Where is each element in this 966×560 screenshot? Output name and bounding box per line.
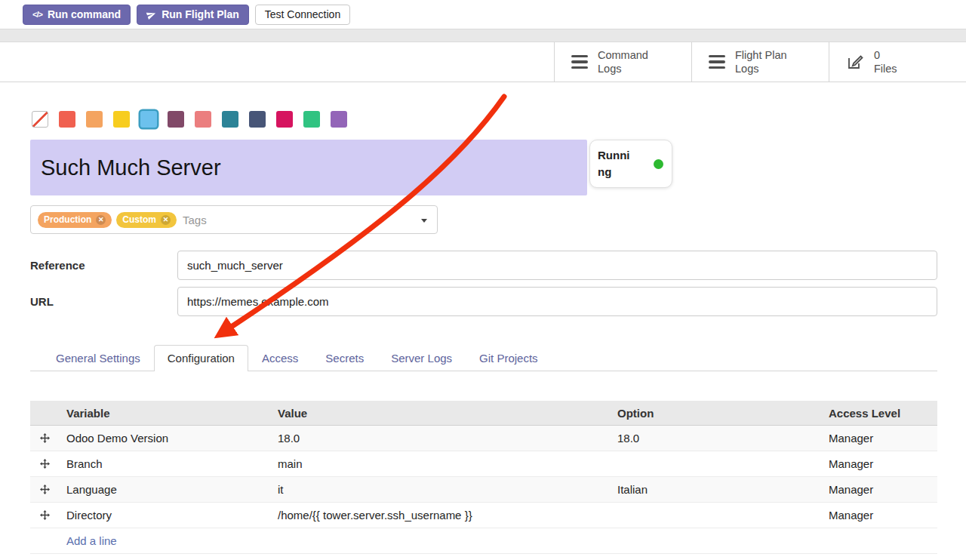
form-sheet: Running Production ✕ Custom ✕ Tags Refer… (0, 111, 966, 554)
cell-variable[interactable]: Branch (59, 457, 270, 470)
menu-icon (571, 55, 588, 69)
chevron-down-icon[interactable] (421, 219, 427, 223)
drag-handle-icon[interactable] (30, 459, 59, 469)
form-header: Command Logs Flight Plan Logs (0, 42, 966, 82)
tab-access[interactable]: Access (248, 345, 312, 371)
page: </> Run command Run Flight Plan Test Con… (0, 0, 966, 560)
reference-input[interactable] (177, 251, 937, 280)
color-palette (32, 111, 937, 128)
command-logs-line2: Logs (598, 63, 621, 75)
drag-handle-icon[interactable] (30, 485, 59, 494)
color-swatch[interactable] (276, 111, 293, 128)
test-connection-label: Test Connection (265, 8, 340, 20)
color-swatch[interactable] (86, 111, 103, 128)
cell-option[interactable]: 18.0 (610, 432, 821, 445)
variables-table: Variable Value Option Access Level Odoo … (30, 401, 937, 554)
cell-variable[interactable]: Directory (59, 509, 270, 522)
code-icon: </> (32, 10, 42, 19)
cell-value[interactable]: /home/{{ tower.server.ssh_username }} (270, 509, 610, 522)
tag-label: Production (44, 214, 91, 225)
cell-access-level[interactable]: Manager (821, 483, 937, 496)
tab-configuration[interactable]: Configuration (154, 345, 248, 371)
color-swatch[interactable] (222, 111, 238, 128)
server-name-input[interactable] (30, 140, 587, 195)
breadcrumb-band (0, 29, 966, 42)
cell-access-level[interactable]: Manager (821, 457, 937, 470)
flight-plan-logs-line2: Logs (735, 63, 758, 75)
status-dot (654, 159, 663, 169)
color-swatch[interactable] (331, 111, 347, 128)
plane-icon (145, 8, 158, 21)
color-swatch-selected[interactable] (140, 111, 157, 128)
notebook-tabs: General Settings Configuration Access Se… (30, 343, 937, 371)
table-row: Directory /home/{{ tower.server.ssh_user… (30, 503, 937, 528)
url-input[interactable] (177, 287, 937, 316)
reference-label: Reference (30, 259, 177, 272)
tag-custom: Custom ✕ (116, 212, 177, 228)
column-header-access-level[interactable]: Access Level (821, 407, 937, 420)
command-logs-line1: Command (598, 49, 648, 61)
table-header-row: Variable Value Option Access Level (30, 401, 937, 426)
files-label: Files (874, 63, 897, 75)
table-body: Odoo Demo Version 18.0 18.0 Manager Bran… (30, 426, 937, 528)
tag-label: Custom (122, 214, 156, 225)
test-connection-button[interactable]: Test Connection (255, 5, 350, 25)
run-flight-plan-label: Run Flight Plan (162, 8, 239, 20)
tab-general-settings[interactable]: General Settings (42, 345, 154, 371)
cell-access-level[interactable]: Manager (821, 432, 937, 445)
add-line-row: Add a line (30, 528, 937, 554)
flight-plan-logs-line1: Flight Plan (735, 49, 787, 61)
tags-placeholder: Tags (183, 214, 207, 226)
cell-option[interactable]: Italian (610, 483, 821, 496)
table-row: Branch main Manager (30, 451, 937, 477)
add-a-line-link[interactable]: Add a line (66, 534, 117, 547)
tab-git-projects[interactable]: Git Projects (466, 345, 552, 371)
tags-field[interactable]: Production ✕ Custom ✕ Tags (30, 205, 438, 234)
cell-value[interactable]: 18.0 (270, 432, 610, 445)
menu-icon (709, 55, 725, 69)
tag-production: Production ✕ (38, 212, 112, 228)
color-swatch-none[interactable] (32, 111, 48, 128)
table-row: Odoo Demo Version 18.0 18.0 Manager (30, 426, 937, 451)
stat-button-flight-plan-logs[interactable]: Flight Plan Logs (691, 42, 829, 82)
color-swatch[interactable] (303, 111, 320, 128)
drag-handle-icon[interactable] (30, 510, 59, 520)
color-swatch[interactable] (113, 111, 130, 128)
stat-button-box: Command Logs Flight Plan Logs (554, 42, 966, 82)
run-flight-plan-button[interactable]: Run Flight Plan (137, 5, 249, 25)
cell-variable[interactable]: Odoo Demo Version (59, 432, 270, 445)
column-header-option[interactable]: Option (610, 407, 821, 420)
stat-button-command-logs[interactable]: Command Logs (554, 42, 691, 82)
reference-row: Reference (30, 251, 937, 280)
drag-handle-icon[interactable] (30, 433, 59, 443)
color-swatch[interactable] (195, 111, 211, 128)
cell-value[interactable]: main (270, 457, 610, 470)
color-swatch[interactable] (168, 111, 184, 128)
column-header-value[interactable]: Value (270, 407, 610, 420)
tab-server-logs[interactable]: Server Logs (377, 345, 466, 371)
run-command-button[interactable]: </> Run command (23, 5, 131, 25)
stat-button-files[interactable]: 0 Files (829, 42, 966, 82)
status-indicator[interactable]: Running (589, 140, 672, 188)
color-swatch[interactable] (59, 111, 75, 128)
column-header-variable[interactable]: Variable (59, 407, 270, 420)
title-row: Running (30, 140, 937, 195)
run-command-label: Run command (48, 8, 121, 20)
files-count: 0 (874, 49, 880, 61)
tag-remove-icon[interactable]: ✕ (161, 215, 171, 225)
color-swatch[interactable] (249, 111, 266, 128)
table-row: Language it Italian Manager (30, 477, 937, 503)
edit-icon (846, 53, 864, 71)
cell-variable[interactable]: Language (59, 483, 270, 496)
status-label: Running (598, 147, 634, 180)
url-label: URL (30, 295, 177, 308)
tab-secrets[interactable]: Secrets (312, 345, 377, 371)
tag-remove-icon[interactable]: ✕ (96, 215, 106, 225)
cell-access-level[interactable]: Manager (821, 509, 937, 522)
url-row: URL (30, 287, 937, 316)
cell-value[interactable]: it (270, 483, 610, 496)
action-toolbar: </> Run command Run Flight Plan Test Con… (0, 0, 966, 29)
